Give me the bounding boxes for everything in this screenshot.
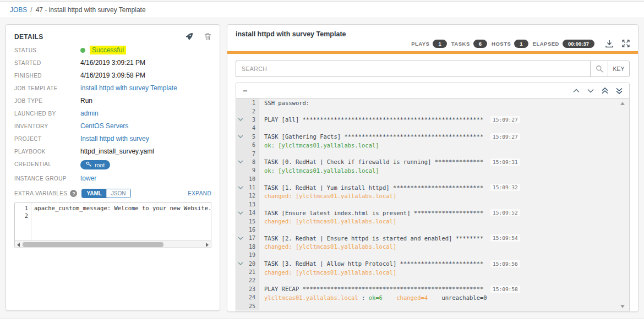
details-value: 4/16/2019 3:09:21 PM: [80, 59, 145, 67]
editor-horizontal-scrollbar[interactable]: [15, 240, 211, 248]
extra-variables-editor[interactable]: 12 apache_custom_message: Welcome to you…: [14, 202, 211, 248]
line-timestamp: 15:09:54: [490, 234, 520, 242]
stat-badge: 1: [433, 40, 446, 48]
details-row: CREDENTIALroot: [14, 160, 211, 169]
details-link[interactable]: install httpd with survey Template: [80, 84, 177, 92]
console-gutter: 6: [236, 141, 259, 149]
details-link[interactable]: admin: [80, 110, 99, 117]
line-number: 9: [252, 167, 259, 173]
scroll-left-icon[interactable]: [17, 243, 20, 247]
console-gutter: 13: [236, 200, 259, 209]
breadcrumb-current: 47 - install httpd with survey Template: [36, 6, 146, 14]
expand-fullscreen-icon[interactable]: [622, 40, 630, 48]
search-icon[interactable]: [590, 61, 608, 77]
line-text: TASK [3. RedHat | Allow http Protocol] *…: [259, 260, 490, 267]
console-gutter: 7: [236, 149, 259, 157]
console-line: 1SSH password:: [236, 98, 629, 107]
details-link[interactable]: tower: [80, 174, 96, 182]
console-gutter: 21: [236, 268, 259, 276]
console-line: 4: [236, 124, 629, 132]
scroll-right-icon[interactable]: [206, 243, 209, 247]
console-scroll-up-icon[interactable]: [620, 102, 625, 105]
console-scroll-down-icon[interactable]: [620, 305, 625, 308]
breadcrumb-jobs-link[interactable]: JOBS: [10, 6, 27, 14]
details-label: JOB TYPE: [14, 97, 80, 104]
job-output-title: install httpd with survey Template: [236, 30, 630, 38]
console-gutter: 1: [236, 98, 259, 107]
collapse-chevron-icon[interactable]: [236, 135, 245, 138]
extra-variables-label: EXTRA VARIABLES: [14, 190, 67, 196]
scrollbar-thumb[interactable]: [23, 242, 163, 247]
collapse-chevron-icon[interactable]: [236, 186, 245, 189]
details-label: FINISHED: [14, 72, 80, 79]
status-text: Successful: [90, 46, 126, 54]
help-icon[interactable]: ?: [70, 190, 77, 197]
console-line: 17TASK [2. Redhat | Ensure httpd is star…: [236, 234, 629, 242]
console-line: 16: [236, 226, 629, 234]
line-number: 16: [249, 227, 259, 233]
scroll-bottom-icon[interactable]: [616, 87, 623, 94]
console-gutter: 8: [236, 158, 259, 166]
line-text: TASK [1. RedHat | Yum install httpd] ***…: [259, 184, 490, 191]
scroll-top-icon[interactable]: [602, 87, 608, 94]
line-segment: unreachable=0 failed=0: [428, 294, 490, 301]
line-text: changed: [ylcltmcas01.yallalabs.local]: [259, 243, 490, 250]
search-input[interactable]: [236, 61, 590, 77]
line-text: ok: [ylcltmcas01.yallalabs.local]: [259, 142, 490, 149]
stat-label: PLAYS: [411, 41, 429, 47]
download-icon[interactable]: [605, 40, 613, 48]
line-number: 12: [249, 193, 259, 199]
scroll-up-icon[interactable]: [573, 89, 580, 93]
stat-badge: 6: [473, 40, 487, 48]
relaunch-rocket-icon[interactable]: [185, 32, 193, 41]
line-number: 1: [252, 100, 259, 106]
line-number: 11: [249, 184, 259, 190]
line-timestamp: 15:09:58: [490, 286, 520, 293]
key-button[interactable]: KEY: [608, 61, 630, 77]
line-number: 15: [249, 218, 259, 225]
details-label: LAUNCHED BY: [14, 110, 80, 117]
details-link[interactable]: CentOS Servers: [80, 122, 128, 130]
details-row: PLAYBOOKhttpd_install_survey.yaml: [14, 147, 211, 155]
line-text: changed: [ylcltmcas01.yallalabs.local]: [259, 269, 490, 276]
console-gutter: 12: [236, 191, 259, 200]
expand-link[interactable]: EXPAND: [188, 190, 211, 196]
line-text: ok: [ylcltmcas01.yallalabs.local]: [259, 167, 490, 174]
line-number: 23: [249, 286, 259, 292]
line-number: 8: [252, 159, 259, 165]
line-number: 4: [252, 125, 259, 131]
details-value: Run: [80, 97, 92, 105]
line-text: PLAY RECAP *****************************…: [259, 286, 490, 292]
editor-line: apache_custom_message: Welcome to your n…: [34, 204, 211, 212]
line-number: 3: [252, 117, 259, 123]
key-icon: [86, 161, 92, 168]
stat-item: HOSTS1: [492, 40, 528, 48]
details-label: STARTED: [14, 59, 80, 66]
job-output-panel: install httpd with survey Template PLAYS…: [227, 24, 638, 312]
credential-badge[interactable]: root: [80, 160, 110, 169]
collapse-all-button[interactable]: −: [243, 87, 247, 95]
status-dot-icon: [80, 48, 85, 53]
details-value: 4/16/2019 3:09:58 PM: [80, 72, 145, 79]
details-title: DETAILS: [14, 33, 43, 41]
console-line: 14TASK [Ensure latest index.html is pres…: [236, 209, 629, 217]
scroll-down-icon[interactable]: [587, 89, 594, 93]
console-line: 22: [236, 276, 629, 284]
json-toggle-button[interactable]: JSON: [106, 189, 130, 198]
collapse-chevron-icon[interactable]: [236, 237, 245, 240]
console-gutter: 10: [236, 175, 259, 183]
collapse-chevron-icon[interactable]: [236, 262, 245, 265]
console-lines: 1SSH password:23PLAY [all] *************…: [236, 98, 629, 310]
delete-trash-icon[interactable]: [204, 32, 211, 41]
details-row: PROJECTInstall httpd with survey: [14, 135, 211, 143]
yaml-toggle-button[interactable]: YAML: [82, 189, 106, 198]
collapse-chevron-icon[interactable]: [236, 118, 245, 121]
collapse-chevron-icon[interactable]: [236, 211, 245, 215]
collapse-chevron-icon[interactable]: [236, 160, 245, 163]
console-line: 19: [236, 251, 629, 259]
console-line: 11TASK [1. RedHat | Yum install httpd] *…: [236, 183, 629, 191]
console-line: 25: [236, 302, 629, 310]
console-line: 2: [236, 107, 629, 115]
details-link[interactable]: Install httpd with survey: [80, 135, 149, 143]
editor-content[interactable]: apache_custom_message: Welcome to your n…: [31, 202, 211, 240]
